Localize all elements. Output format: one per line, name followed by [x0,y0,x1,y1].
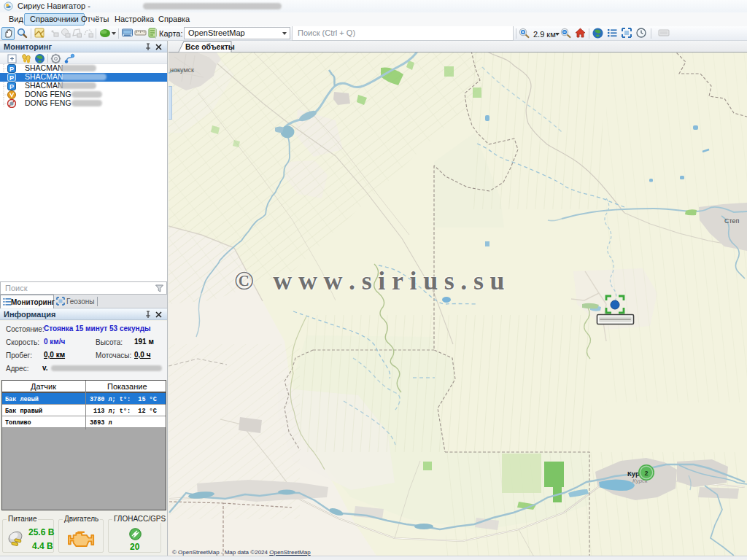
svg-text:2: 2 [644,470,648,477]
svg-text:P: P [9,66,14,73]
svg-text:P: P [9,74,14,82]
svg-text:P: P [9,83,14,90]
svg-text:нокумск: нокумск [170,66,194,74]
svg-text:Кур: Кур [627,470,640,478]
svg-text:Степ: Степ [724,217,740,225]
